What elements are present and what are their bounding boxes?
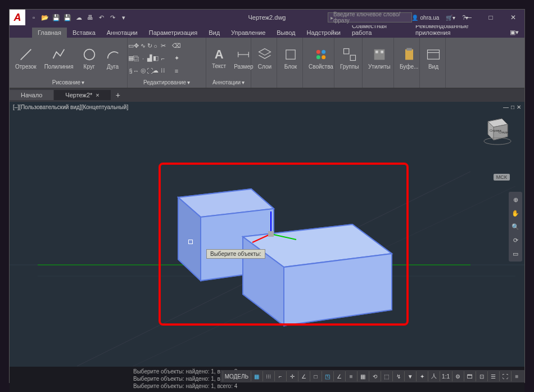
maximize-button[interactable]: □ <box>479 10 502 25</box>
window-title: Чертеж2.dwg <box>248 14 286 21</box>
nav-zoom-icon[interactable]: 🔍 <box>509 220 522 233</box>
qat-open-icon[interactable]: 📂 <box>40 12 50 22</box>
status-hardware-icon[interactable]: ⊡ <box>476 371 487 381</box>
status-3dosnap-icon[interactable]: ◳ <box>322 371 333 381</box>
circle-label: Круг <box>84 64 95 70</box>
view-label: Вид <box>428 64 438 70</box>
close-button[interactable]: ✕ <box>502 10 524 25</box>
status-custom-icon[interactable]: ≡ <box>511 371 522 381</box>
tab-annotate[interactable]: Аннотации <box>101 28 143 38</box>
panel-annot-title[interactable]: Аннотации ▾ <box>209 78 248 87</box>
qat-saveas-icon[interactable]: 💾 <box>62 12 73 22</box>
status-cycling-icon[interactable]: ⟲ <box>369 371 380 381</box>
tab-manage[interactable]: Управление <box>225 28 271 38</box>
cart-icon[interactable]: 🛒▾ <box>446 15 455 21</box>
cursor-pickbox <box>188 240 193 244</box>
status-clean-icon[interactable]: ⛶ <box>499 371 510 381</box>
nav-showmotion-icon[interactable]: ▭ <box>509 247 522 260</box>
polyline-button[interactable]: Полилиния <box>41 46 77 71</box>
offset-icon[interactable]: ≡ <box>170 65 183 76</box>
dim-label: Размер <box>234 64 253 70</box>
array-icon[interactable]: ⁞⁞ <box>157 65 169 76</box>
stretch-icon[interactable]: ↔ <box>130 65 142 76</box>
doc-tab-start[interactable]: Начало <box>10 90 53 100</box>
status-dynucs-icon[interactable]: ↯ <box>392 371 404 381</box>
text-button[interactable]: AТекст <box>209 46 229 70</box>
status-lineweight-icon[interactable]: ≡ <box>345 371 356 381</box>
app-logo[interactable]: A <box>10 10 25 25</box>
panel-utilities: Утилиты <box>363 38 394 88</box>
panel-draw-title[interactable]: Рисование ▾ <box>12 78 125 87</box>
status-3d-icon[interactable]: ⬚ <box>381 371 392 381</box>
history-line: Выберите объекты: найдено: 1, всего: 4 <box>133 382 401 390</box>
status-model[interactable]: МОДЕЛЬ <box>223 371 250 381</box>
qat-undo-icon[interactable]: ↶ <box>96 12 106 22</box>
tab-home[interactable]: Главная <box>32 28 67 38</box>
layers-button[interactable]: Слои <box>254 46 276 71</box>
viewport[interactable]: [–][Пользовательский вид][Концептуальный… <box>10 102 524 367</box>
panel-block: Блок <box>277 38 303 88</box>
arc-button[interactable]: Дуга <box>102 46 124 71</box>
view-button[interactable]: Вид <box>422 46 445 71</box>
minimize-button[interactable]: — <box>457 10 479 25</box>
circle-button[interactable]: Круг <box>78 46 101 71</box>
scale-icon[interactable]: ⛶ <box>143 65 156 76</box>
qat-plot-icon[interactable]: 🖶 <box>85 12 95 22</box>
status-grid-icon[interactable]: ▦ <box>251 371 262 381</box>
svg-point-1 <box>84 49 94 60</box>
ribbon: Отрезок Полилиния Круг Дуга ▭∿○ ▦·◧ §◎☁ … <box>10 38 524 88</box>
status-scale-icon[interactable]: 1:1 <box>440 371 451 381</box>
tab-view[interactable]: Вид <box>203 28 225 38</box>
panel-clipboard: Буфе... <box>394 38 420 88</box>
status-filter-icon[interactable]: ▼ <box>404 371 415 381</box>
tab-parametric[interactable]: Параметризация <box>143 28 203 38</box>
status-otrack-icon[interactable]: ∠ <box>333 371 345 381</box>
panel-modify-title[interactable]: Редактирование ▾ <box>130 78 203 87</box>
add-tab-button[interactable]: + <box>111 89 125 101</box>
nav-pan-icon[interactable]: ✋ <box>509 207 522 219</box>
qat-redo-icon[interactable]: ↷ <box>107 12 117 22</box>
nav-fullnav-icon[interactable]: ⊕ <box>509 193 522 206</box>
tab-addins[interactable]: Надстройки <box>301 28 346 38</box>
status-gizmo-icon[interactable]: ✦ <box>416 371 427 381</box>
status-transparency-icon[interactable]: ▦ <box>357 371 368 381</box>
status-osnap-icon[interactable]: □ <box>310 371 321 381</box>
block-button[interactable]: Блок <box>279 46 302 71</box>
doc-tab-drawing[interactable]: Чертеж2*× <box>54 90 110 100</box>
properties-button[interactable]: Свойства <box>305 46 337 71</box>
status-workspace-icon[interactable]: ⚙ <box>452 371 463 381</box>
utilities-button[interactable]: Утилиты <box>365 46 394 71</box>
explode-icon[interactable]: ✦ <box>170 53 183 64</box>
titlebar: A ▫ 📂 💾 💾 ☁ 🖶 ↶ ↷ ▾ Чертеж2.dwg ▸ Введит… <box>10 10 524 25</box>
ribbon-tabs: Главная Вставка Аннотации Параметризация… <box>10 25 524 38</box>
qat-save-icon[interactable]: 💾 <box>51 12 61 22</box>
panel-draw: Отрезок Полилиния Круг Дуга ▭∿○ ▦·◧ §◎☁ … <box>10 38 128 88</box>
tab-close-icon[interactable]: × <box>96 92 99 98</box>
status-ortho-icon[interactable]: ⌐ <box>274 371 286 381</box>
qat-cloud-icon[interactable]: ☁ <box>74 12 84 22</box>
qat-dropdown-icon[interactable]: ▾ <box>119 12 129 22</box>
fillet-icon[interactable]: ⌐ <box>157 53 169 64</box>
erase-icon[interactable]: ⌫ <box>170 40 183 52</box>
groups-button[interactable]: Группы <box>337 46 362 71</box>
status-snap-icon[interactable]: ⁝⁝⁝ <box>263 371 274 381</box>
move-icon[interactable]: ✥ <box>130 40 142 52</box>
copy-icon[interactable]: ⿻ <box>130 53 142 64</box>
status-isolate-icon[interactable]: ☰ <box>487 371 499 381</box>
svg-rect-10 <box>343 49 349 54</box>
trim-icon[interactable]: ✂ <box>157 40 169 52</box>
tab-insert[interactable]: Вставка <box>67 28 101 38</box>
status-isodraft-icon[interactable]: ∠ <box>298 371 309 381</box>
tab-output[interactable]: Вывод <box>271 28 301 38</box>
line-button[interactable]: Отрезок <box>12 46 40 71</box>
mirror-icon[interactable]: ▟ <box>143 53 156 64</box>
tab-expand-icon[interactable]: ▣▾ <box>504 27 524 38</box>
qat-new-icon[interactable]: ▫ <box>29 12 39 22</box>
status-monitor-icon[interactable]: 🗔 <box>464 371 475 381</box>
nav-orbit-icon[interactable]: ⟳ <box>509 234 522 246</box>
search-input[interactable]: ▸ Введите ключевое слово/фразу <box>328 12 412 22</box>
clipboard-button[interactable]: Буфе... <box>396 46 422 71</box>
status-annot-icon[interactable]: 人 <box>428 371 439 381</box>
rotate-icon[interactable]: ↻ <box>143 40 156 52</box>
status-polar-icon[interactable]: ✛ <box>286 371 297 381</box>
